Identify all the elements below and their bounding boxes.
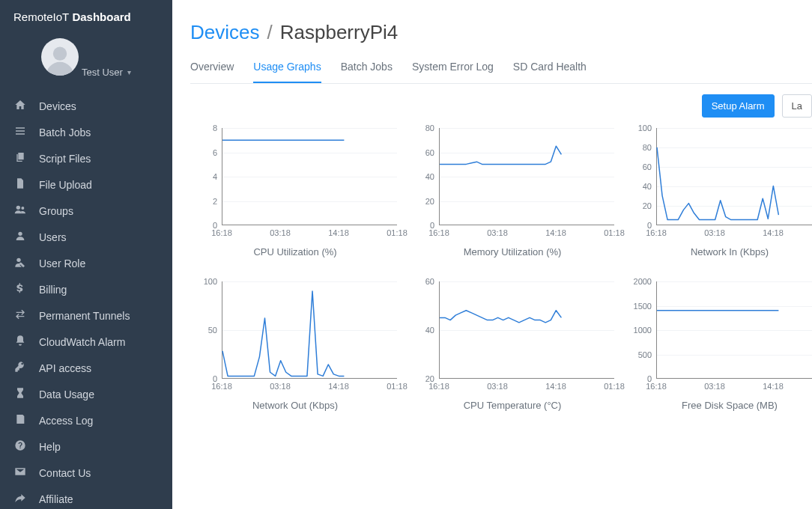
chart-plot[interactable]: 050010001500200016:1803:1814:1801:18 <box>625 281 812 394</box>
chart-title: CPU Utilization (%) <box>190 240 400 274</box>
chart-plot[interactable]: 20406016:1803:1814:1801:18 <box>407 281 617 394</box>
y-tick: 4 <box>213 172 217 181</box>
user-icon <box>13 230 27 244</box>
y-tick: 2000 <box>634 277 652 286</box>
profile: Test User ▾ <box>0 34 172 85</box>
x-tick: 03:18 <box>487 228 508 237</box>
tabs: OverviewUsage GraphsBatch JobsSystem Err… <box>190 55 812 84</box>
y-tick: 60 <box>425 148 434 157</box>
tab-system-error-log[interactable]: System Error Log <box>412 55 494 83</box>
sidebar-item-permanent-tunnels[interactable]: Permanent Tunnels <box>0 302 172 329</box>
chart-plot[interactable]: 02040608016:1803:1814:1801:18 <box>407 128 617 240</box>
y-tick: 8 <box>213 124 217 132</box>
x-tick: 16:18 <box>646 382 667 391</box>
x-tick: 14:18 <box>763 228 784 237</box>
key-icon <box>13 361 27 375</box>
chart-plot[interactable]: 0246816:1803:1814:1801:18 <box>190 128 400 240</box>
brand-bold: Dashboard <box>72 10 130 23</box>
y-tick: 80 <box>643 143 652 152</box>
tab-sd-card-health[interactable]: SD Card Health <box>513 55 587 83</box>
breadcrumb-root[interactable]: Devices <box>190 21 259 44</box>
sidebar-item-label: Script Files <box>39 153 91 165</box>
chart-plot[interactable]: 05010016:1803:1814:1801:18 <box>190 281 400 394</box>
last-period-button[interactable]: La <box>782 94 812 118</box>
sidebar-item-label: Billing <box>39 284 67 296</box>
x-tick: 03:18 <box>704 228 725 237</box>
sidebar-item-help[interactable]: Help <box>0 433 172 460</box>
x-tick: 01:18 <box>387 382 407 391</box>
tab-overview[interactable]: Overview <box>190 55 234 83</box>
sidebar-item-groups[interactable]: Groups <box>0 198 172 224</box>
svg-point-2 <box>21 207 24 210</box>
sidebar-item-label: Groups <box>39 205 73 217</box>
setup-alarm-button[interactable]: Setup Alarm <box>702 94 775 118</box>
sidebar-item-users[interactable]: Users <box>0 224 172 250</box>
home-icon <box>13 99 27 113</box>
sidebar-item-label: Contact Us <box>39 467 91 479</box>
question-icon <box>13 439 27 454</box>
y-tick: 40 <box>425 172 434 181</box>
chart-title: CPU Temperature (°C) <box>407 394 617 427</box>
chart-title: Free Disk Space (MB) <box>625 394 812 427</box>
y-tick: 40 <box>643 182 652 191</box>
sidebar-item-cloudwatch-alarm[interactable]: CloudWatch Alarm <box>0 329 172 355</box>
x-tick: 16:18 <box>211 382 232 391</box>
hourglass-icon <box>13 387 27 401</box>
x-tick: 14:18 <box>545 228 566 237</box>
y-tick: 50 <box>208 326 217 335</box>
chart-panel: 05010016:1803:1814:1801:18Network Out (K… <box>190 281 400 427</box>
x-tick: 14:18 <box>545 382 566 391</box>
svg-point-3 <box>18 232 22 236</box>
sidebar-item-label: Affiliate <box>39 493 73 505</box>
x-tick: 01:18 <box>604 382 625 391</box>
x-tick: 01:18 <box>387 228 407 237</box>
sidebar-item-devices[interactable]: Devices <box>0 93 172 119</box>
y-tick: 80 <box>425 124 434 132</box>
y-tick: 6 <box>213 148 217 157</box>
sidebar-item-user-role[interactable]: User Role <box>0 250 172 276</box>
tab-usage-graphs[interactable]: Usage Graphs <box>253 55 321 83</box>
tab-batch-jobs[interactable]: Batch Jobs <box>341 55 393 83</box>
user-name: Test User <box>82 67 123 78</box>
sidebar: RemoteIoT Dashboard Test User ▾ DevicesB… <box>0 0 172 509</box>
sidebar-item-label: Permanent Tunnels <box>39 310 130 322</box>
sidebar-item-file-upload[interactable]: File Upload <box>0 171 172 198</box>
sidebar-item-label: Devices <box>39 100 76 112</box>
x-tick: 01:18 <box>604 228 625 237</box>
x-tick: 14:18 <box>328 228 349 237</box>
file-icon <box>13 177 27 192</box>
main: Devices / RaspberryPi4 OverviewUsage Gra… <box>172 0 812 509</box>
chart-title: Network Out (Kbps) <box>190 394 400 427</box>
sidebar-item-label: Users <box>39 231 67 243</box>
sidebar-item-label: Data Usage <box>39 388 94 400</box>
chart-panel: 02040608010016:1803:1814:1801:18Network … <box>625 128 812 274</box>
sidebar-item-affiliate[interactable]: Affiliate <box>0 486 172 509</box>
sidebar-item-label: User Role <box>39 257 85 269</box>
users-icon <box>13 204 27 218</box>
sidebar-item-billing[interactable]: Billing <box>0 276 172 302</box>
y-tick: 40 <box>425 326 434 335</box>
avatar <box>41 38 79 76</box>
sidebar-item-contact-us[interactable]: Contact Us <box>0 460 172 486</box>
user-menu[interactable]: Test User ▾ <box>82 67 131 78</box>
sidebar-item-batch-jobs[interactable]: Batch Jobs <box>0 119 172 145</box>
sidebar-item-script-files[interactable]: Script Files <box>0 145 172 171</box>
exchange-icon <box>13 308 27 323</box>
envelope-icon <box>13 466 27 480</box>
sidebar-item-api-access[interactable]: API access <box>0 355 172 381</box>
chart-title: Network In (Kbps) <box>625 240 812 274</box>
x-tick: 03:18 <box>487 382 508 391</box>
chevron-down-icon: ▾ <box>127 68 131 76</box>
share-icon <box>13 492 27 506</box>
y-tick: 60 <box>425 277 434 286</box>
svg-point-0 <box>53 47 67 61</box>
svg-point-4 <box>16 258 20 262</box>
breadcrumb-sep: / <box>267 21 272 44</box>
chart-panel: 050010001500200016:1803:1814:1801:18Free… <box>625 281 812 427</box>
log-icon <box>13 413 27 427</box>
x-tick: 03:18 <box>704 382 725 391</box>
sidebar-item-access-log[interactable]: Access Log <box>0 407 172 433</box>
sidebar-item-data-usage[interactable]: Data Usage <box>0 381 172 407</box>
y-tick: 60 <box>643 162 652 171</box>
chart-plot[interactable]: 02040608010016:1803:1814:1801:18 <box>625 128 812 240</box>
